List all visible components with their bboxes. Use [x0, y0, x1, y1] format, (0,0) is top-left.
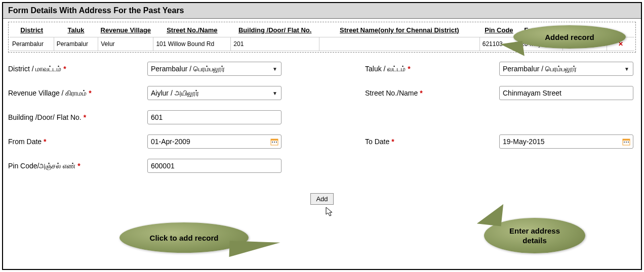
district-select[interactable]: Perambalur / பெரம்பலூர்: [147, 62, 281, 76]
cell-street: 101 Willow Bound Rd: [153, 37, 231, 51]
cell-district: Perambalur: [10, 37, 54, 51]
cursor-icon: [325, 206, 334, 219]
taluk-select-wrap: Perambalur / பெரம்பலூர்: [499, 62, 633, 76]
cell-taluk: Perambalur: [54, 37, 98, 51]
district-select-wrap: Perambalur / பெரம்பலூர்: [147, 62, 281, 76]
cell-building: 201: [231, 37, 319, 51]
col-chennai: Street Name(only for Chennai District): [319, 23, 480, 37]
svg-rect-8: [626, 142, 627, 143]
label-pincode: Pin Code/அஞ்சல் எண் *: [8, 162, 147, 170]
calendar-icon[interactable]: [622, 138, 630, 146]
todate-input[interactable]: [499, 134, 633, 149]
col-village: Revenue Village: [98, 23, 153, 37]
svg-rect-2: [272, 142, 273, 143]
village-select-wrap: Aiylur / அயிலூர்: [147, 86, 281, 100]
callout-click-add: Click to add record: [119, 222, 249, 253]
label-building: Building /Door/ Flat No. *: [8, 113, 147, 121]
building-input[interactable]: [147, 110, 281, 124]
callout-added-record: Added record: [513, 25, 626, 49]
taluk-select[interactable]: Perambalur / பெரம்பலூர்: [499, 62, 633, 76]
svg-rect-1: [271, 139, 278, 141]
svg-rect-7: [624, 142, 625, 143]
label-village: Revenue Village / கிராமம் *: [8, 89, 147, 98]
label-district: District / மாவட்டம் *: [8, 65, 147, 73]
callout-enter-details: Enter address details: [484, 218, 585, 253]
svg-rect-9: [628, 142, 629, 143]
label-todate: To Date *: [365, 138, 499, 146]
add-row: Add: [8, 193, 636, 205]
col-street: Street No./Name: [153, 23, 231, 37]
village-select[interactable]: Aiylur / அயிலூர்: [147, 86, 281, 100]
pincode-input[interactable]: [147, 159, 281, 173]
svg-rect-6: [623, 139, 630, 141]
svg-rect-4: [276, 142, 277, 143]
streetno-input[interactable]: [499, 86, 633, 100]
svg-rect-3: [274, 142, 275, 143]
col-building: Building /Door/ Flat No.: [231, 23, 319, 37]
cell-village: Velur: [98, 37, 153, 51]
col-district: District: [10, 23, 54, 37]
add-button[interactable]: Add: [310, 193, 333, 205]
panel-title: Form Details With Address For the Past Y…: [3, 3, 641, 19]
calendar-icon[interactable]: [270, 138, 278, 146]
label-fromdate: From Date *: [8, 138, 147, 146]
fromdate-input[interactable]: [147, 134, 281, 149]
cell-chennai: [319, 37, 480, 51]
form-panel: Form Details With Address For the Past Y…: [2, 2, 642, 270]
col-pin: Pin Code: [479, 23, 518, 37]
col-taluk: Taluk: [54, 23, 98, 37]
label-streetno: Street No./Name *: [365, 89, 499, 97]
label-taluk: Taluk / வட்டம் *: [365, 65, 499, 73]
form-grid: District / மாவட்டம் * Perambalur / பெரம்…: [8, 62, 636, 173]
